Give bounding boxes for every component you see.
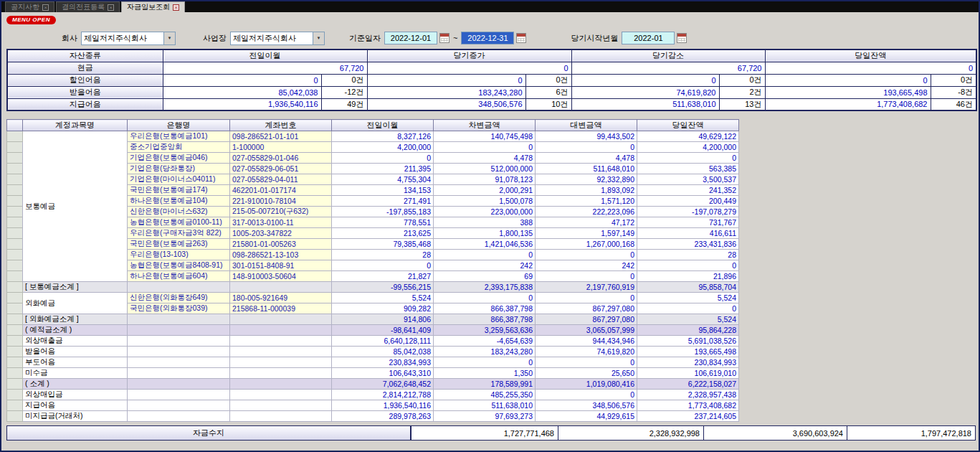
fund-balance-value[interactable]: 2,328,932,998	[558, 426, 704, 440]
account-no-cell[interactable]	[230, 282, 332, 293]
count-cell[interactable]: 46건	[931, 98, 976, 110]
asset-type-cell[interactable]: 할인어음	[7, 74, 163, 86]
count-cell[interactable]: 0건	[719, 74, 765, 86]
balance-amount-cell[interactable]: 5,524	[637, 314, 739, 325]
bank-name-cell[interactable]	[128, 411, 230, 422]
account-no-cell[interactable]: 027-055829-04-011	[230, 174, 332, 185]
amount-cell[interactable]: 511,638,010	[571, 98, 719, 110]
detail-row[interactable]: 미수금106,643,3101,35025,650106,619,010	[7, 368, 739, 379]
credit-amount-cell[interactable]: 222,223,096	[536, 207, 637, 217]
balance-amount-cell[interactable]: 4,200,000	[637, 142, 739, 153]
detail-row[interactable]: 부도어음230,834,99300230,834,993	[7, 357, 739, 368]
fund-balance-value[interactable]: 3,690,603,924	[704, 426, 847, 440]
amount-cell[interactable]: 0	[367, 62, 571, 74]
calendar-icon[interactable]	[439, 33, 449, 43]
credit-amount-cell[interactable]: 0	[536, 390, 637, 400]
credit-amount-cell[interactable]: 867,297,080	[536, 303, 637, 314]
row-selector[interactable]	[7, 293, 23, 303]
debit-amount-cell[interactable]: 223,000,000	[434, 207, 536, 217]
prev-amount-cell[interactable]: 79,385,468	[332, 239, 434, 250]
debit-amount-cell[interactable]: 485,255,350	[434, 390, 536, 400]
amount-cell[interactable]: 1,936,540,116	[163, 98, 321, 110]
balance-amount-cell[interactable]: 193,665,498	[637, 347, 739, 357]
credit-amount-cell[interactable]: 511,648,010	[536, 164, 637, 174]
detail-row[interactable]: 외상매출금6,640,128,111-4,654,639944,434,9465…	[7, 336, 739, 347]
debit-amount-cell[interactable]: 1,421,046,536	[434, 239, 536, 250]
prev-amount-cell[interactable]: 2,814,212,788	[332, 390, 434, 400]
menu-open-button[interactable]: MENU OPEN	[6, 16, 56, 24]
debit-amount-cell[interactable]: 140,745,498	[434, 131, 536, 142]
credit-amount-cell[interactable]: 0	[536, 250, 637, 260]
prev-amount-cell[interactable]: 28	[332, 250, 434, 260]
amount-cell[interactable]: 348,506,576	[367, 98, 525, 110]
fund-balance-value[interactable]: 1,797,472,818	[847, 426, 975, 440]
balance-amount-cell[interactable]: 230,834,993	[637, 357, 739, 368]
prev-amount-cell[interactable]: 21,827	[332, 271, 434, 282]
company-select[interactable]: 제일저지주식회사 ▼	[81, 32, 176, 45]
account-no-cell[interactable]: 317-0013-0100-11	[230, 217, 332, 228]
asset-type-cell[interactable]: 현금	[7, 62, 163, 74]
bank-name-cell[interactable]: 농협은행(보통예금0100-11)	[128, 217, 230, 228]
balance-amount-cell[interactable]: 563,385	[637, 164, 739, 174]
bank-name-cell[interactable]: 국민은행(보통예금174)	[128, 185, 230, 196]
bank-name-cell[interactable]: 우리은행(보통예금101)	[128, 131, 230, 142]
balance-amount-cell[interactable]: 241,352	[637, 185, 739, 196]
credit-amount-cell[interactable]: 1,597,149	[536, 228, 637, 239]
row-selector[interactable]	[7, 336, 23, 347]
amount-cell[interactable]: 0	[367, 74, 525, 86]
row-selector[interactable]	[7, 153, 23, 164]
balance-amount-cell[interactable]: 106,619,010	[637, 368, 739, 379]
balance-amount-cell[interactable]: -197,078,279	[637, 207, 739, 217]
credit-amount-cell[interactable]: 2,197,760,919	[536, 282, 637, 293]
bank-name-cell[interactable]: 기업은행(당좌통장)	[128, 164, 230, 174]
account-no-cell[interactable]: 215801-01-005263	[230, 239, 332, 250]
fund-balance-value[interactable]: 1,727,771,468	[411, 426, 558, 440]
bank-name-cell[interactable]	[128, 379, 230, 390]
account-no-cell[interactable]	[230, 411, 332, 422]
debit-amount-cell[interactable]: 178,589,991	[434, 379, 536, 390]
credit-amount-cell[interactable]: 3,065,057,999	[536, 325, 637, 336]
summary-row[interactable]: 받을어음85,042,038-12건183,243,2806건74,619,82…	[7, 86, 976, 98]
prev-amount-cell[interactable]: 1,936,540,116	[332, 400, 434, 411]
detail-row[interactable]: 받을어음85,042,038183,243,28074,619,820193,6…	[7, 347, 739, 357]
tab-notice[interactable]: 공지사항 ×	[5, 1, 54, 12]
account-no-cell[interactable]: 098-286521-01-101	[230, 131, 332, 142]
row-selector[interactable]	[7, 271, 23, 282]
bank-name-cell[interactable]: 하나은행(보통예금104)	[128, 196, 230, 207]
bank-name-cell[interactable]: 기업은행(마이너스04011)	[128, 174, 230, 185]
account-no-cell[interactable]: 027-055829-06-051	[230, 164, 332, 174]
prev-amount-cell[interactable]: 230,834,993	[332, 357, 434, 368]
account-no-cell[interactable]: 098-286521-13-103	[230, 250, 332, 260]
debit-amount-cell[interactable]: 3,259,563,636	[434, 325, 536, 336]
debit-amount-cell[interactable]: 0	[434, 357, 536, 368]
row-selector[interactable]	[7, 357, 23, 368]
bank-name-cell[interactable]	[128, 390, 230, 400]
prev-amount-cell[interactable]: 778,551	[332, 217, 434, 228]
credit-amount-cell[interactable]: 44,929,615	[536, 411, 637, 422]
account-no-cell[interactable]	[230, 314, 332, 325]
credit-amount-cell[interactable]: 1,019,080,416	[536, 379, 637, 390]
debit-amount-cell[interactable]: 511,638,010	[434, 400, 536, 411]
row-selector[interactable]	[7, 260, 23, 271]
credit-amount-cell[interactable]: 0	[536, 142, 637, 153]
balance-amount-cell[interactable]: 21,896	[637, 271, 739, 282]
summary-row[interactable]: 지급어음1,936,540,11649건348,506,57610건511,63…	[7, 98, 976, 110]
row-selector[interactable]	[7, 164, 23, 174]
bank-name-cell[interactable]: 기업은행(보통예금046)	[128, 153, 230, 164]
row-selector[interactable]	[7, 196, 23, 207]
balance-amount-cell[interactable]: 49,629,122	[637, 131, 739, 142]
balance-amount-cell[interactable]: 95,858,704	[637, 282, 739, 293]
detail-row[interactable]: 보통예금우리은행(보통예금101)098-286521-01-1018,327,…	[7, 131, 739, 142]
row-selector[interactable]	[7, 400, 23, 411]
row-selector[interactable]	[7, 325, 23, 336]
detail-row[interactable]: ( 예적금소계 )-98,641,4093,259,563,6363,065,0…	[7, 325, 739, 336]
balance-amount-cell[interactable]: 5,524	[637, 293, 739, 303]
debit-amount-cell[interactable]: 512,000,000	[434, 164, 536, 174]
account-no-cell[interactable]	[230, 336, 332, 347]
bank-name-cell[interactable]: 우리은행(구매자금3억 822)	[128, 228, 230, 239]
prev-amount-cell[interactable]: 4,200,000	[332, 142, 434, 153]
detail-row[interactable]: 외화예금신한은행(외화통장649)180-005-9216495,524005,…	[7, 293, 739, 303]
credit-amount-cell[interactable]: 1,893,092	[536, 185, 637, 196]
debit-amount-cell[interactable]: 2,000,291	[434, 185, 536, 196]
count-cell[interactable]: 49건	[321, 98, 367, 110]
